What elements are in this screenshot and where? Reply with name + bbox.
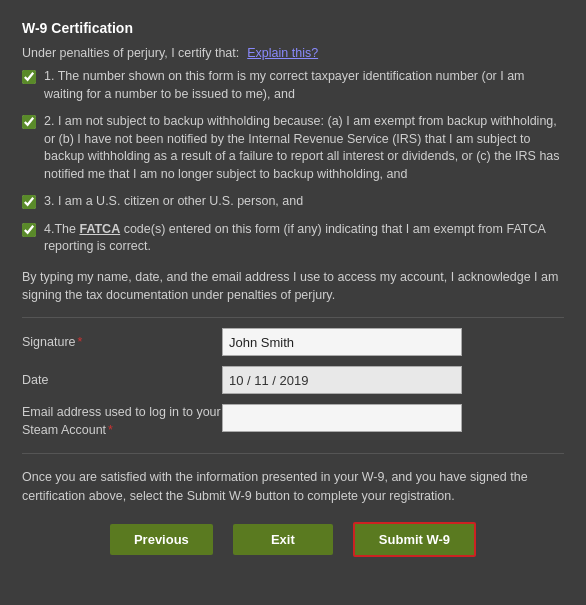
checkbox-4-suffix: code(s) entered on this form (if any) in…	[44, 222, 545, 254]
section-title: W-9 Certification	[22, 20, 564, 36]
signature-row: Signature*	[22, 328, 564, 356]
checkbox-3[interactable]	[22, 195, 36, 209]
previous-button[interactable]: Previous	[110, 524, 213, 555]
checkbox-row-2: 2. I am not subject to backup withholdin…	[22, 113, 564, 183]
w9-certification-panel: W-9 Certification Under penalties of per…	[10, 10, 576, 567]
email-input[interactable]	[222, 404, 462, 432]
button-row: Previous Exit Submit W-9	[22, 522, 564, 557]
checkbox-2[interactable]	[22, 115, 36, 129]
date-label: Date	[22, 373, 222, 387]
signature-label: Signature*	[22, 335, 222, 349]
checkbox-2-label: 2. I am not subject to backup withholdin…	[44, 113, 564, 183]
email-label: Email address used to log in to your Ste…	[22, 404, 222, 439]
submit-button[interactable]: Submit W-9	[353, 522, 476, 557]
certify-prefix: Under penalties of perjury, I certify th…	[22, 46, 239, 60]
date-display: 10 / 11 / 2019	[222, 366, 462, 394]
checkbox-row-3: 3. I am a U.S. citizen or other U.S. per…	[22, 193, 564, 211]
checkbox-4[interactable]	[22, 223, 36, 237]
divider-2	[22, 453, 564, 454]
signing-text: By typing my name, date, and the email a…	[22, 268, 564, 306]
checkbox-row-4: 4.The FATCA code(s) entered on this form…	[22, 221, 564, 256]
signature-input[interactable]	[222, 328, 462, 356]
certify-line: Under penalties of perjury, I certify th…	[22, 46, 564, 60]
explain-link[interactable]: Explain this?	[247, 46, 318, 60]
signature-required: *	[78, 335, 83, 349]
checkbox-1[interactable]	[22, 70, 36, 84]
date-row: Date 10 / 11 / 2019	[22, 366, 564, 394]
fatca-text: FATCA	[79, 222, 120, 236]
checkbox-3-label: 3. I am a U.S. citizen or other U.S. per…	[44, 193, 303, 211]
email-row: Email address used to log in to your Ste…	[22, 404, 564, 439]
checkbox-row-1: 1. The number shown on this form is my c…	[22, 68, 564, 103]
submit-instructions: Once you are satisfied with the informat…	[22, 468, 564, 506]
divider-1	[22, 317, 564, 318]
exit-button[interactable]: Exit	[233, 524, 333, 555]
checkbox-1-label: 1. The number shown on this form is my c…	[44, 68, 564, 103]
checkbox-4-label: 4.The FATCA code(s) entered on this form…	[44, 221, 564, 256]
email-required: *	[108, 423, 113, 437]
